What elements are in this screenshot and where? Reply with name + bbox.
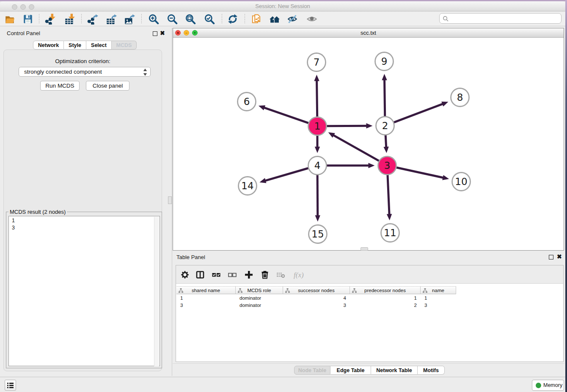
delete-column-icon[interactable] [259,269,271,281]
table-cell[interactable]: 1 [421,295,456,302]
add-column-icon[interactable] [243,269,255,281]
control-panel-title: Control Panel [7,30,40,36]
table-toolbar: f(x) [176,265,563,284]
tab-edge-table[interactable]: Edge Table [330,366,371,375]
graph-node-label-3: 3 [384,160,391,171]
close-panel-button[interactable]: Close panel [86,81,129,91]
edge-1-6[interactable] [264,108,309,123]
column-header-name[interactable]: name [421,286,456,294]
table-settings-icon[interactable] [179,269,191,281]
tab-select[interactable]: Select [86,41,112,50]
table-cell[interactable]: 1 [350,295,421,302]
edge-3-10[interactable] [396,168,443,178]
desktop-wallpaper-right [565,0,567,392]
control-panel-close-button[interactable]: ✖ [160,31,165,36]
save-session-icon[interactable] [22,14,33,25]
task-history-button[interactable] [5,380,16,391]
table-cell[interactable]: 3 [283,302,350,309]
column-header-shared-name[interactable]: shared name [176,286,236,294]
table-cell[interactable]: 3 [421,302,456,309]
graph-node-label-15: 15 [311,229,324,240]
export-table-icon[interactable] [106,14,117,25]
mcds-result-text: 1 3 [12,217,15,232]
table-cell[interactable]: 2 [350,302,421,309]
hide-details-icon[interactable] [287,14,298,25]
main-toolbar [0,12,565,26]
show-details-icon[interactable] [306,14,317,25]
edge-2-9[interactable] [385,79,385,116]
memory-status-icon [536,383,541,388]
criterion-dropdown[interactable]: strongly connected component [19,67,151,77]
import-table-icon[interactable] [64,14,75,25]
table-panel-close-button[interactable]: ✖ [557,254,562,259]
control-panel-float-button[interactable] [153,31,157,36]
tab-node-table[interactable]: Node Table [294,366,330,375]
table-cell[interactable]: dominator [236,302,283,309]
column-header-MCDS-role[interactable]: MCDS role [236,286,283,294]
network-canvas[interactable]: 7968124314101511 [173,38,564,250]
criterion-value: strongly connected component [24,69,102,75]
column-header-label: predecessor nodes [364,288,406,293]
edge-4-15[interactable] [317,174,318,216]
edge-3-1[interactable] [333,135,379,161]
zoom-selected-icon[interactable] [204,14,215,25]
table-row-1[interactable]: 1dominator411 [176,295,456,302]
select-all-columns-icon[interactable] [210,269,222,281]
delete-table-icon [275,269,287,281]
zoom-out-icon[interactable] [167,14,178,25]
node-table: f(x) shared nameMCDS rolesuccessor nodes… [176,265,564,362]
edge-1-7[interactable] [317,80,317,117]
edge-1-2[interactable] [326,126,367,126]
table-cell[interactable]: 4 [283,295,350,302]
search-field[interactable] [439,13,561,24]
graph-node-label-7: 7 [314,57,320,68]
table-cell[interactable]: dominator [236,295,283,302]
vertical-splitter[interactable] [172,28,172,376]
column-header-predecessor-nodes[interactable]: predecessor nodes [350,286,421,294]
graph-node-label-11: 11 [384,227,396,238]
table-panel-float-button[interactable] [549,255,553,259]
edge-2-3[interactable] [385,135,386,147]
tab-network-table[interactable]: Network Table [371,366,418,375]
column-layout-icon[interactable] [194,269,206,281]
table-cell[interactable]: 3 [176,302,236,309]
edge-2-8[interactable] [394,104,443,122]
refresh-icon[interactable] [227,14,238,25]
run-mcds-button[interactable]: Run MCDS [40,81,80,91]
edge-arrow-2-8 [441,102,448,107]
edge-3-11[interactable] [388,174,389,215]
tab-mcds[interactable]: MCDS [112,41,137,50]
tab-motifs[interactable]: Motifs [418,366,445,375]
column-header-label: name [432,288,444,293]
edge-4-14[interactable] [265,168,309,181]
unselect-all-columns-icon[interactable] [226,269,238,281]
import-network-icon[interactable] [45,14,56,25]
mcds-result-area[interactable]: 1 3 [8,216,160,366]
vertical-splitter-handle[interactable] [168,196,172,204]
toolbar-separator [245,14,245,24]
tab-network[interactable]: Network [33,41,64,50]
clone-network-icon[interactable] [251,14,262,25]
edge-arrow-4-3 [369,163,375,168]
column-header-label: successor nodes [298,288,334,293]
graph-node-label-8: 8 [457,92,463,103]
table-cell[interactable]: 1 [176,295,236,302]
memory-button[interactable]: Memory [532,380,564,391]
table-row-3[interactable]: 3dominator323 [176,302,456,309]
toolbar-separator [141,14,142,24]
tab-style[interactable]: Style [64,41,86,50]
column-header-successor-nodes[interactable]: successor nodes [283,286,350,294]
toolbar-separator [39,14,39,24]
table-panel-tabs: Node TableEdge TableNetwork TableMotifs [294,366,445,375]
svg-text:f(x): f(x) [294,271,304,279]
function-builder-icon: f(x) [292,269,304,281]
export-image-icon[interactable] [124,14,135,25]
search-input[interactable] [451,14,556,22]
horizontal-splitter-handle[interactable] [361,247,368,251]
zoom-in-icon[interactable] [148,14,159,25]
export-network-icon[interactable] [87,14,98,25]
mcds-result-scrollbar[interactable] [154,217,159,366]
zoom-fit-icon[interactable] [185,14,196,25]
first-neighbors-icon[interactable] [269,14,280,25]
open-file-icon[interactable] [5,14,16,25]
